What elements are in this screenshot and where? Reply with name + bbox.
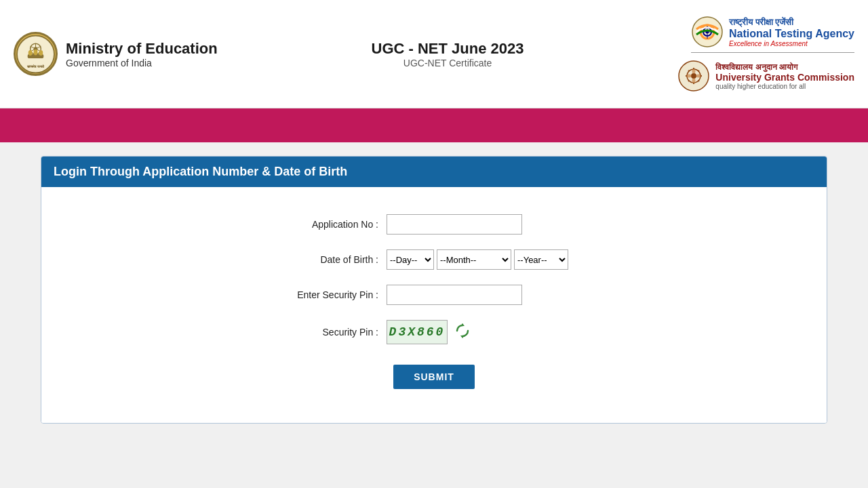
dob-day-select[interactable]: --Day-- 12345 678910 1112131415 16171819…	[387, 249, 434, 270]
nta-emblem-icon	[691, 16, 724, 48]
application-no-row: Application No :	[264, 214, 604, 235]
captcha-box: D3X860	[387, 320, 604, 344]
dob-input-wrapper: --Day-- 12345 678910 1112131415 16171819…	[387, 249, 604, 270]
ugc-text-block: विश्वविद्यालय अनुदान आयोग University Gra…	[715, 62, 854, 90]
moe-text-block: Ministry of Education Government of Indi…	[66, 40, 218, 68]
submit-button[interactable]: SUBMIT	[393, 365, 475, 389]
main-content: Login Through Application Number & Date …	[0, 142, 868, 437]
dob-label: Date of Birth :	[264, 254, 387, 265]
moe-title: Ministry of Education	[66, 40, 218, 58]
application-no-input[interactable]	[387, 214, 522, 235]
dob-row: Date of Birth : --Day-- 12345 678910 111…	[264, 249, 604, 270]
security-pin-input-wrapper	[387, 285, 604, 305]
svg-line-29	[688, 81, 690, 82]
ugc-logo: विश्वविद्यालय अनुदान आयोग University Gra…	[677, 60, 854, 92]
security-pin-input-row: Enter Security Pin :	[264, 285, 604, 305]
refresh-captcha-icon[interactable]	[453, 323, 472, 342]
logos-section: राष्ट्रीय परीक्षा एजेंसी National Testin…	[677, 16, 854, 92]
ugc-english-title: University Grants Commission	[715, 72, 854, 83]
login-form: Application No : Date of Birth : --Day--…	[264, 214, 604, 389]
login-box-body: Application No : Date of Birth : --Day--…	[41, 187, 827, 423]
nta-english-title: National Testing Agency	[729, 28, 854, 40]
nta-text-block: राष्ट्रीय परीक्षा एजेंसी National Testin…	[729, 17, 854, 47]
dob-year-select[interactable]: --Year-- 1960196519701975 19801985199019…	[514, 249, 568, 270]
login-box: Login Through Application Number & Date …	[41, 156, 827, 424]
captcha-wrapper: D3X860	[387, 320, 604, 344]
security-pin-input-label: Enter Security Pin :	[264, 289, 387, 300]
ugc-emblem-icon	[677, 60, 710, 92]
ugc-tagline: quality higher education for all	[715, 83, 854, 90]
application-no-input-wrapper	[387, 214, 604, 235]
submit-row: SUBMIT	[264, 365, 604, 389]
login-box-title: Login Through Application Number & Date …	[54, 165, 814, 179]
svg-point-31	[692, 79, 696, 83]
captcha-image: D3X860	[387, 320, 448, 344]
svg-point-11	[39, 50, 43, 56]
dob-selects: --Day-- 12345 678910 1112131415 16171819…	[387, 249, 604, 270]
captcha-row: Security Pin : D3X860	[264, 320, 604, 344]
nta-logo: राष्ट्रीय परीक्षा एजेंसी National Testin…	[691, 16, 854, 53]
svg-line-26	[688, 70, 690, 72]
exam-title: UGC - NET June 2023	[372, 40, 524, 58]
nta-tagline: Excellence in Assessment	[729, 40, 854, 47]
svg-line-27	[698, 81, 700, 82]
ugc-hindi-title: विश्वविद्यालय अनुदान आयोग	[715, 62, 854, 72]
moe-section: सत्यमेव जयते Ministry of Education Gover…	[14, 32, 218, 76]
top-banner	[0, 108, 868, 142]
nta-hindi-title: राष्ट्रीय परीक्षा एजेंसी	[729, 17, 854, 28]
security-pin-display-label: Security Pin :	[264, 327, 387, 338]
dob-month-select[interactable]: --Month-- JanuaryFebruaryMarchApril MayJ…	[437, 249, 511, 270]
page-header: सत्यमेव जयते Ministry of Education Gover…	[0, 0, 868, 108]
header-center-section: UGC - NET June 2023 UGC-NET Certificate	[372, 40, 524, 68]
svg-point-33	[696, 75, 701, 78]
moe-subtitle: Government of India	[66, 58, 218, 68]
svg-point-10	[34, 49, 38, 55]
svg-text:सत्यमेव जयते: सत्यमेव जयते	[26, 64, 44, 68]
ashoka-emblem-icon: सत्यमेव जयते	[14, 32, 58, 76]
application-no-label: Application No :	[264, 219, 387, 230]
svg-point-32	[687, 75, 692, 78]
security-pin-input[interactable]	[387, 285, 522, 305]
svg-point-30	[692, 69, 696, 74]
login-box-header: Login Through Application Number & Date …	[41, 157, 827, 187]
svg-point-21	[691, 73, 696, 79]
svg-point-9	[28, 50, 33, 56]
exam-subtitle: UGC-NET Certificate	[372, 58, 524, 68]
svg-line-28	[698, 70, 700, 72]
